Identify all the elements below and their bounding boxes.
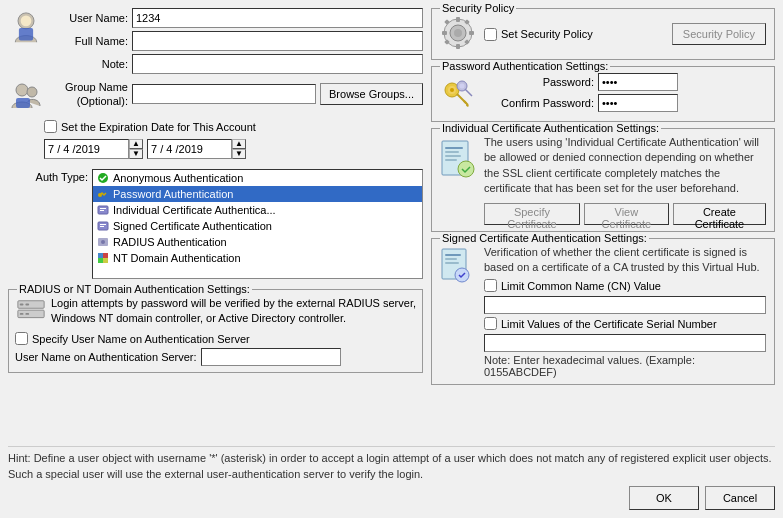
date1-input[interactable] [44, 139, 129, 159]
groupname-input[interactable] [132, 84, 316, 104]
svg-point-49 [458, 161, 474, 177]
svg-rect-53 [445, 262, 459, 264]
server-name-label: User Name on Authentication Server: [15, 351, 197, 363]
note-input[interactable] [132, 54, 423, 74]
svg-rect-32 [469, 31, 474, 35]
svg-rect-19 [103, 258, 108, 263]
limit-serial-checkbox[interactable] [484, 317, 497, 330]
svg-point-15 [101, 240, 105, 244]
password-input[interactable] [598, 73, 678, 91]
limit-serial-input[interactable] [484, 334, 766, 352]
security-policy-title: Security Policy [440, 2, 516, 14]
svg-point-39 [450, 88, 454, 92]
date2-up-spinner[interactable]: ▲ [232, 139, 246, 149]
signed-cert-description: Verification of whether the client certi… [484, 245, 766, 276]
svg-rect-29 [456, 17, 460, 22]
radius-box-title: RADIUS or NT Domain Authentication Setti… [17, 283, 252, 295]
keys-icon [440, 76, 476, 112]
svg-rect-5 [16, 98, 30, 108]
nt-icon [96, 251, 110, 265]
set-security-policy-label: Set Security Policy [501, 28, 593, 40]
confirm-password-label: Confirm Password: [484, 97, 594, 109]
note-label: Note: [48, 58, 128, 70]
authtype-listbox[interactable]: Anonymous Authentication Password Authen… [92, 169, 423, 279]
specify-certificate-button[interactable]: Specify Certificate [484, 203, 580, 225]
expiry-checkbox[interactable] [44, 120, 57, 133]
svg-rect-12 [100, 224, 106, 225]
svg-rect-2 [19, 28, 33, 40]
svg-point-4 [27, 87, 37, 97]
set-security-policy-checkbox[interactable] [484, 28, 497, 41]
svg-point-43 [460, 84, 465, 89]
auth-label-nt: NT Domain Authentication [113, 252, 241, 264]
svg-rect-45 [445, 147, 463, 149]
individual-cert-box: Individual Certificate Authentication Se… [431, 128, 775, 232]
svg-rect-17 [103, 253, 108, 258]
signed-cert-icon [96, 219, 110, 233]
date1-down-spinner[interactable]: ▼ [129, 149, 143, 159]
password-icon [96, 187, 110, 201]
auth-item-password[interactable]: Password Authentication [93, 186, 422, 202]
view-certificate-button[interactable]: View Certificate [584, 203, 669, 225]
svg-rect-25 [25, 313, 29, 315]
auth-item-nt[interactable]: NT Domain Authentication [93, 250, 422, 266]
svg-point-3 [16, 84, 28, 96]
ok-button[interactable]: OK [629, 486, 699, 510]
individual-cert-description: The users using 'Individual Certificate … [484, 135, 766, 197]
limit-serial-label: Limit Values of the Certificate Serial N… [501, 318, 717, 330]
auth-item-anonymous[interactable]: Anonymous Authentication [93, 170, 422, 186]
svg-point-1 [21, 16, 32, 27]
radius-box: RADIUS or NT Domain Authentication Setti… [8, 289, 423, 373]
limit-cn-input[interactable] [484, 296, 766, 314]
svg-rect-16 [98, 253, 103, 258]
expiry-label: Set the Expiration Date for This Account [61, 121, 256, 133]
svg-rect-46 [445, 151, 459, 153]
auth-item-individual-cert[interactable]: Individual Certificate Authentica... [93, 202, 422, 218]
svg-point-7 [98, 193, 102, 197]
auth-item-signed-cert[interactable]: Signed Certificate Authentication [93, 218, 422, 234]
auth-label-signed-cert: Signed Certificate Authentication [113, 220, 272, 232]
svg-rect-13 [100, 226, 104, 227]
date2-down-spinner[interactable]: ▼ [232, 149, 246, 159]
individual-cert-icon [96, 203, 110, 217]
create-certificate-button[interactable]: Create Certificate [673, 203, 766, 225]
server-name-input[interactable] [201, 348, 341, 366]
auth-item-radius[interactable]: RADIUS Authentication [93, 234, 422, 250]
password-label: Password: [484, 76, 594, 88]
user-icon [8, 8, 44, 74]
auth-label-individual-cert: Individual Certificate Authentica... [113, 204, 276, 216]
username-label: User Name: [48, 12, 128, 24]
fullname-label: Full Name: [48, 35, 128, 47]
confirm-password-input[interactable] [598, 94, 678, 112]
svg-rect-9 [100, 208, 106, 209]
radius-server-icon [15, 296, 47, 328]
limit-cn-checkbox[interactable] [484, 279, 497, 292]
authtype-label: Auth Type: [8, 169, 88, 183]
auth-label-radius: RADIUS Authentication [113, 236, 227, 248]
anonymous-icon [96, 171, 110, 185]
svg-rect-48 [445, 159, 457, 161]
svg-rect-52 [445, 258, 457, 260]
auth-label-anonymous: Anonymous Authentication [113, 172, 243, 184]
browse-groups-button[interactable]: Browse Groups... [320, 83, 423, 105]
individual-cert-doc-icon [440, 135, 476, 195]
date2-input[interactable] [147, 139, 232, 159]
hint-text: Hint: Define a user object with username… [8, 451, 775, 482]
svg-rect-31 [442, 31, 447, 35]
auth-label-password: Password Authentication [113, 188, 233, 200]
svg-rect-10 [100, 210, 104, 211]
cancel-button[interactable]: Cancel [705, 486, 775, 510]
username-input[interactable] [132, 8, 423, 28]
limit-cn-label: Limit Common Name (CN) Value [501, 280, 661, 292]
svg-rect-24 [20, 313, 24, 315]
bottom-bar: Hint: Define a user object with username… [8, 446, 775, 510]
security-policy-button[interactable]: Security Policy [672, 23, 766, 45]
date1-up-spinner[interactable]: ▲ [129, 139, 143, 149]
fullname-input[interactable] [132, 31, 423, 51]
svg-rect-22 [25, 304, 29, 306]
signed-cert-title: Signed Certificate Authentication Settin… [440, 232, 649, 244]
signed-cert-box: Signed Certificate Authentication Settin… [431, 238, 775, 386]
specify-username-checkbox[interactable] [15, 332, 28, 345]
svg-rect-21 [20, 304, 24, 306]
password-auth-title: Password Authentication Settings: [440, 60, 610, 72]
